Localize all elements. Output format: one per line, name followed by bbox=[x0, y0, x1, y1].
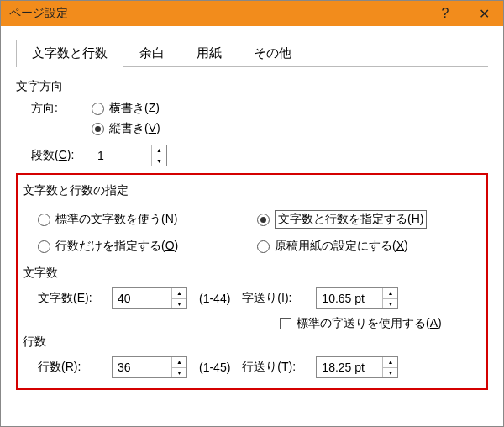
radio-icon bbox=[92, 103, 104, 115]
tab-margins[interactable]: 余白 bbox=[123, 40, 181, 66]
section-text-direction: 文字方向 bbox=[16, 79, 488, 94]
section-grid-spec: 文字数と行数の指定 bbox=[23, 183, 481, 198]
radio-icon bbox=[38, 214, 50, 226]
spin-down-icon[interactable]: ▼ bbox=[383, 368, 397, 378]
spinner-char-count[interactable]: ▲▼ bbox=[112, 287, 187, 309]
line-count-range: (1-45) bbox=[199, 361, 230, 374]
input-char-pitch[interactable] bbox=[317, 288, 382, 308]
input-line-count[interactable] bbox=[113, 357, 171, 377]
page-setup-dialog: ページ設定 ? ✕ 文字数と行数 余白 用紙 その他 文字方向 方向: 横書き(… bbox=[0, 0, 504, 427]
framed-grid-settings: 文字数と行数の指定 標準の文字数を使う(N) 文字数と行数を指定する(H) 行数… bbox=[16, 173, 488, 390]
titlebar: ページ設定 ? ✕ bbox=[1, 1, 503, 26]
radio-icon bbox=[257, 240, 270, 253]
tab-strip: 文字数と行数 余白 用紙 その他 bbox=[16, 40, 488, 67]
radio-icon bbox=[92, 123, 104, 135]
spinner-columns[interactable]: ▲▼ bbox=[92, 145, 167, 166]
close-button[interactable]: ✕ bbox=[465, 1, 503, 26]
label-char-count: 文字数(E): bbox=[38, 291, 105, 306]
radio-horizontal[interactable]: 横書き(Z) bbox=[92, 101, 160, 116]
radio-specify-chars-lines-label: 文字数と行数を指定する(H) bbox=[275, 210, 427, 229]
spin-up-icon[interactable]: ▲ bbox=[152, 145, 166, 156]
input-columns[interactable] bbox=[92, 145, 151, 166]
checkbox-std-char-pitch[interactable]: 標準の字送りを使用する(A) bbox=[280, 316, 442, 331]
char-count-range: (1-44) bbox=[199, 292, 230, 305]
spin-up-icon[interactable]: ▲ bbox=[172, 357, 186, 368]
spinner-line-count[interactable]: ▲▼ bbox=[112, 356, 187, 378]
section-char-count: 文字数 bbox=[23, 266, 481, 281]
checkbox-icon bbox=[280, 318, 291, 329]
tab-other[interactable]: その他 bbox=[238, 40, 307, 66]
label-columns: 段数(C): bbox=[16, 148, 92, 163]
radio-horizontal-label: 横書き(Z) bbox=[109, 101, 160, 116]
spin-up-icon[interactable]: ▲ bbox=[172, 288, 186, 299]
spin-down-icon[interactable]: ▼ bbox=[383, 299, 397, 309]
radio-lines-only[interactable]: 行数だけを指定する(O) bbox=[38, 239, 240, 254]
radio-icon bbox=[38, 240, 50, 253]
label-line-count: 行数(R): bbox=[38, 360, 105, 375]
tab-characters-lines[interactable]: 文字数と行数 bbox=[16, 40, 123, 67]
radio-specify-chars-lines[interactable]: 文字数と行数を指定する(H) bbox=[257, 210, 459, 229]
label-line-pitch: 行送り(T): bbox=[242, 360, 309, 375]
spinner-char-pitch[interactable]: ▲▼ bbox=[316, 287, 398, 309]
spin-up-icon[interactable]: ▲ bbox=[383, 288, 397, 299]
radio-icon bbox=[257, 214, 270, 226]
input-char-count[interactable] bbox=[113, 288, 171, 308]
radio-vertical-label: 縦書き(V) bbox=[109, 121, 160, 136]
section-line-count: 行数 bbox=[23, 335, 481, 350]
radio-lines-only-label: 行数だけを指定する(O) bbox=[55, 239, 178, 254]
input-line-pitch[interactable] bbox=[317, 357, 382, 377]
window-title: ページ設定 bbox=[9, 6, 68, 21]
label-char-pitch: 字送り(I): bbox=[242, 291, 309, 306]
radio-standard-chars[interactable]: 標準の文字数を使う(N) bbox=[38, 210, 240, 229]
radio-vertical[interactable]: 縦書き(V) bbox=[92, 121, 160, 136]
spinner-line-pitch[interactable]: ▲▼ bbox=[316, 356, 398, 378]
tab-paper[interactable]: 用紙 bbox=[181, 40, 238, 66]
radio-manuscript[interactable]: 原稿用紙の設定にする(X) bbox=[257, 239, 459, 254]
checkbox-std-char-pitch-label: 標準の字送りを使用する(A) bbox=[297, 316, 442, 331]
radio-manuscript-label: 原稿用紙の設定にする(X) bbox=[275, 239, 408, 254]
radio-standard-chars-label: 標準の文字数を使う(N) bbox=[55, 212, 177, 227]
label-direction: 方向: bbox=[16, 101, 92, 116]
help-button[interactable]: ? bbox=[426, 1, 465, 26]
spin-down-icon[interactable]: ▼ bbox=[172, 368, 186, 378]
spin-up-icon[interactable]: ▲ bbox=[383, 357, 397, 368]
spin-down-icon[interactable]: ▼ bbox=[172, 299, 186, 309]
spin-down-icon[interactable]: ▼ bbox=[152, 156, 166, 166]
